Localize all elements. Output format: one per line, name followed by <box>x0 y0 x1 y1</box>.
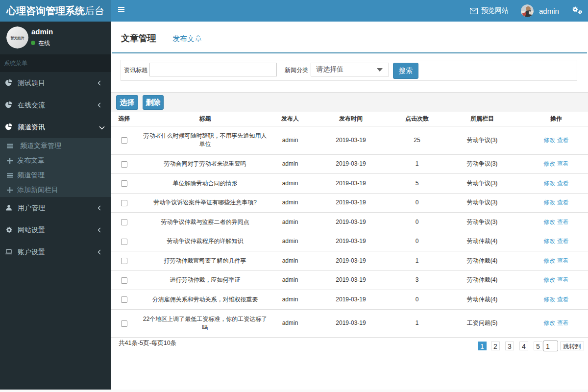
svg-text:暂无图片: 暂无图片 <box>11 36 24 40</box>
